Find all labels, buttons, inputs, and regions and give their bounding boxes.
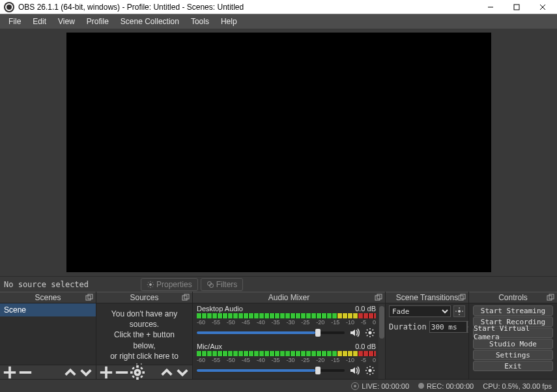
sources-list[interactable]: You don't have any sources. Click the + …: [96, 303, 192, 365]
popout-icon[interactable]: [85, 294, 93, 301]
channel-gear-icon[interactable]: [364, 365, 376, 376]
settings-button[interactable]: Settings: [473, 350, 553, 360]
transitions-header: Scene Transitions: [386, 292, 468, 303]
channel-level: 0.0 dB: [355, 343, 376, 350]
transitions-dock: Scene Transitions Fade Duration: [386, 292, 469, 379]
source-settings-button[interactable]: [130, 367, 145, 378]
statusbar: LIVE: 00:00:00 REC: 00:00:00 CPU: 0.5%, …: [0, 379, 557, 392]
svg-point-1: [150, 283, 152, 285]
transition-select[interactable]: Fade: [389, 305, 451, 317]
svg-point-15: [135, 370, 139, 374]
mixer-scrollbar[interactable]: [378, 303, 385, 379]
sources-header: Sources: [96, 292, 192, 303]
scenes-header: Scenes: [0, 292, 96, 303]
channel-level: 0.0 dB: [355, 305, 376, 313]
speaker-icon[interactable]: [349, 327, 360, 339]
source-remove-button[interactable]: [115, 367, 129, 378]
transitions-body: Fade Duration: [386, 303, 468, 379]
transition-settings-button[interactable]: [453, 305, 465, 317]
menu-tools[interactable]: Tools: [185, 15, 215, 28]
controls-title: Controls: [498, 293, 528, 302]
meter-scale: -60-55-50-45-40-35-30-25-20-15-10-50: [197, 319, 376, 326]
audio-meter: [197, 313, 376, 318]
menu-help[interactable]: Help: [215, 15, 243, 28]
channel-gear-icon[interactable]: [364, 327, 376, 339]
minimize-button[interactable]: [478, 0, 504, 14]
svg-point-18: [369, 331, 372, 335]
menubar: File Edit View Profile Scene Collection …: [0, 14, 557, 29]
source-toolbar: No source selected Properties Filters: [0, 276, 557, 292]
menu-edit[interactable]: Edit: [27, 15, 52, 28]
scene-down-button[interactable]: [79, 367, 93, 378]
scenes-footer: [0, 365, 96, 379]
channel-name: Desktop Audio: [197, 305, 243, 313]
source-add-button[interactable]: [99, 367, 113, 378]
scene-remove-button[interactable]: [18, 367, 33, 378]
controls-body: Start Streaming Start Recording Start Vi…: [469, 303, 557, 379]
transitions-title: Scene Transitions: [396, 293, 458, 302]
duration-input[interactable]: [429, 321, 467, 333]
popout-icon[interactable]: [547, 294, 554, 301]
preview-canvas[interactable]: [66, 33, 491, 272]
start-streaming-button[interactable]: Start Streaming: [473, 305, 553, 316]
mixer-channel: Mic/Aux0.0 dB -60-55-50-45-40-35-30-25-2…: [193, 341, 385, 379]
preview-area: [0, 29, 557, 276]
scene-item[interactable]: Scene: [0, 303, 96, 316]
start-virtual-camera-button[interactable]: Start Virtual Camera: [473, 328, 553, 338]
source-down-button[interactable]: [175, 367, 190, 378]
scene-add-button[interactable]: [3, 367, 17, 378]
duration-up-button[interactable]: [467, 321, 468, 327]
mixer-dock: Audio Mixer Desktop Audio0.0 dB -60-55-5…: [193, 292, 386, 379]
volume-slider[interactable]: [197, 369, 345, 372]
menu-scene-collection[interactable]: Scene Collection: [115, 15, 185, 28]
popout-icon[interactable]: [375, 294, 382, 301]
mixer-header: Audio Mixer: [193, 292, 385, 303]
mixer-body: Desktop Audio0.0 dB -60-55-50-45-40-35-3…: [193, 303, 385, 379]
properties-label: Properties: [156, 280, 192, 289]
filters-icon: [207, 281, 214, 288]
window-title: OBS 26.1.1 (64-bit, windows) - Profile: …: [18, 3, 478, 12]
meter-scale: -60-55-50-45-40-35-30-25-20-15-10-50: [197, 357, 376, 363]
controls-dock: Controls Start Streaming Start Recording…: [469, 292, 557, 379]
speaker-icon[interactable]: [349, 365, 360, 376]
obs-logo-icon: [4, 2, 14, 12]
source-up-button[interactable]: [160, 367, 174, 378]
scenes-list[interactable]: Scene: [0, 303, 96, 365]
sources-empty-message: You don't have any sources. Click the + …: [96, 303, 192, 365]
menu-profile[interactable]: Profile: [81, 15, 115, 28]
rec-status: REC: 00:00:00: [418, 382, 474, 390]
record-icon: [418, 383, 424, 389]
popout-icon[interactable]: [458, 294, 466, 301]
mixer-title: Audio Mixer: [268, 293, 309, 302]
properties-button[interactable]: Properties: [141, 278, 198, 291]
dock-area: Scenes Scene Sources You don't have any …: [0, 292, 557, 379]
svg-rect-0: [514, 5, 519, 10]
sources-footer: [96, 365, 192, 379]
scene-up-button[interactable]: [63, 367, 78, 378]
channel-name: Mic/Aux: [197, 343, 222, 350]
cpu-status: CPU: 0.5%, 30.00 fps: [483, 382, 552, 390]
mixer-channel: Desktop Audio0.0 dB -60-55-50-45-40-35-3…: [193, 303, 385, 341]
svg-point-22: [458, 310, 461, 313]
maximize-button[interactable]: [504, 0, 530, 14]
volume-slider[interactable]: [197, 331, 345, 334]
broadcast-icon: [351, 382, 359, 390]
menu-view[interactable]: View: [52, 15, 81, 28]
duration-label: Duration: [389, 322, 427, 331]
scenes-dock: Scenes Scene: [0, 292, 96, 379]
duration-down-button[interactable]: [467, 327, 468, 333]
filters-label: Filters: [216, 280, 238, 289]
svg-point-19: [369, 369, 372, 372]
audio-meter: [197, 351, 376, 356]
popout-icon[interactable]: [182, 294, 190, 301]
controls-header: Controls: [469, 292, 557, 303]
exit-button[interactable]: Exit: [473, 361, 553, 371]
gear-icon: [147, 281, 154, 288]
menu-file[interactable]: File: [3, 15, 27, 28]
close-button[interactable]: [530, 0, 556, 14]
filters-button[interactable]: Filters: [201, 278, 244, 291]
live-status: LIVE: 00:00:00: [351, 382, 409, 390]
scenes-title: Scenes: [35, 293, 61, 302]
sources-title: Sources: [130, 293, 158, 302]
sources-dock: Sources You don't have any sources. Clic…: [96, 292, 193, 379]
